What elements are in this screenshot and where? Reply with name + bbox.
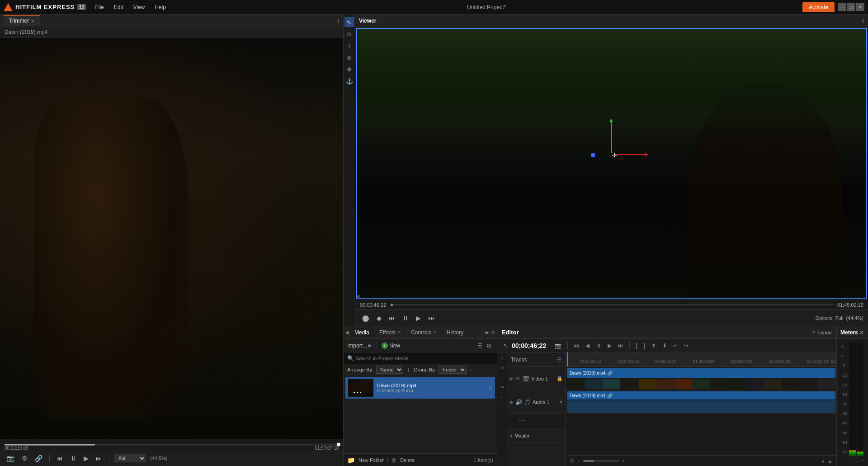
menu-view[interactable]: View: [128, 2, 149, 12]
trimmer-link-btn[interactable]: 🔗: [33, 453, 45, 463]
trimmer-settings-btn[interactable]: ⚙: [19, 453, 30, 463]
tl-tool-zoom[interactable]: ⌕: [498, 392, 506, 400]
track-audio-1-name: Audio 1: [533, 399, 557, 405]
tl-settings-btn[interactable]: ⚙: [570, 458, 575, 464]
track-lock-icon[interactable]: 🔒: [557, 376, 563, 381]
tool-select[interactable]: ↖: [344, 17, 354, 27]
tab-media[interactable]: Media: [350, 328, 374, 338]
maximize-button[interactable]: □: [847, 3, 855, 11]
tab-effects[interactable]: Effects ✕: [375, 328, 406, 338]
timeline-ruler[interactable]: 00;15;00;14 00;30;01;03 00;45;01;17 01;0…: [566, 352, 836, 367]
editor-tool-select[interactable]: ↖: [501, 342, 510, 350]
tool-text[interactable]: T: [344, 41, 354, 51]
tab-history[interactable]: History: [442, 328, 468, 338]
tab-effects-close[interactable]: ✕: [397, 330, 401, 335]
tool-transform[interactable]: ⊕: [344, 52, 354, 62]
tool-anchor[interactable]: ⚓: [344, 76, 354, 86]
editor-extract-btn[interactable]: ⬇: [660, 342, 669, 350]
timeline-zoom-slider[interactable]: [583, 460, 619, 462]
tl-tool-select[interactable]: ↖: [498, 354, 506, 362]
import-button[interactable]: Import... ▶: [347, 342, 372, 349]
tab-controls-close[interactable]: ✕: [433, 330, 437, 335]
editor-next-frame[interactable]: ⏭: [616, 342, 626, 350]
track-audio-vis-icon[interactable]: 🔊: [515, 399, 522, 405]
viewer-marker-btn[interactable]: ◆: [374, 313, 384, 323]
quality-selector[interactable]: Full Half Quarter: [114, 454, 146, 462]
export-button[interactable]: Export: [817, 330, 832, 335]
menu-file[interactable]: File: [90, 2, 108, 12]
gizmo-blue-square[interactable]: [591, 153, 595, 157]
tab-trimmer[interactable]: Trimmer ✕: [4, 15, 40, 26]
viewer-playhead-dot: [391, 304, 393, 306]
viewer-quality-label[interactable]: Full: [835, 315, 844, 321]
new-folder-button[interactable]: New Folder: [359, 457, 384, 463]
track-expand-icon[interactable]: ▶: [510, 376, 514, 381]
video-clip-header[interactable]: Dawn (2019).mp4 🔗: [567, 368, 835, 378]
trimmer-pause-btn[interactable]: ⏸: [68, 453, 79, 463]
tl-tool-ripple[interactable]: ≡: [498, 402, 506, 410]
tool-move[interactable]: ✥: [344, 64, 354, 74]
tl-zoom-out-btn[interactable]: −: [577, 458, 580, 464]
track-vis-icon[interactable]: 👁: [515, 376, 521, 382]
editor-prev-frame[interactable]: ⏮: [571, 342, 581, 350]
trimmer-skip-back-btn[interactable]: ⏮: [54, 453, 65, 463]
audio-clip-header[interactable]: Dawn (2019).mp4 🔗: [567, 391, 835, 399]
editor-pause-btn[interactable]: ⏸: [594, 342, 604, 350]
delete-button[interactable]: Delete: [400, 457, 415, 463]
panel-settings-icon[interactable]: ⚙: [491, 330, 495, 335]
media-item[interactable]: Dawn (2019).mp4 Conforming Audio... ↻: [345, 377, 495, 399]
menu-help[interactable]: Help: [150, 2, 170, 12]
group-select[interactable]: Folder Type: [439, 366, 467, 374]
viewer-skip-back-btn[interactable]: ⏮: [387, 313, 397, 323]
list-view-btn[interactable]: ☰: [476, 342, 484, 350]
viewer-progress-bar[interactable]: [390, 304, 834, 305]
tracks-menu-btn[interactable]: ☰: [557, 357, 562, 363]
trimmer-play-btn[interactable]: ▶: [81, 453, 91, 463]
tl-zoom-in-btn[interactable]: +: [622, 458, 625, 464]
editor-overwrite-btn[interactable]: ↪: [682, 342, 691, 350]
view-toggle: ☰ ⊞: [476, 342, 493, 350]
ruler-marks-container: 00;15;00;14 00;30;01;03 00;45;01;17 01;0…: [566, 352, 836, 366]
viewer-options-label[interactable]: Options: [816, 315, 833, 321]
editor-play-btn[interactable]: ▶: [605, 342, 614, 350]
editor-out-point[interactable]: ]: [642, 342, 647, 350]
editor-insert-btn[interactable]: ↩: [671, 342, 680, 350]
close-button[interactable]: ✕: [856, 3, 864, 11]
track-audio-expand-icon[interactable]: ▶: [510, 399, 514, 404]
arrange-select[interactable]: Name Date: [376, 366, 403, 374]
viewer-pause-btn[interactable]: ⏸: [400, 313, 411, 323]
activate-button[interactable]: Activate: [802, 2, 835, 12]
media-refresh-icon[interactable]: ↻: [489, 385, 492, 390]
tab-trimmer-close[interactable]: ✕: [31, 19, 34, 24]
grid-view-btn[interactable]: ⊞: [485, 342, 493, 350]
trimmer-skip-fwd-btn[interactable]: ⏭: [94, 453, 104, 463]
tl-tool-razor[interactable]: ✂: [498, 364, 506, 372]
track-audio-mute[interactable]: ✕: [559, 399, 563, 404]
sort-button[interactable]: ↕: [469, 366, 472, 373]
editor-rev-play[interactable]: ◀: [583, 342, 592, 350]
panel-prev-icon[interactable]: ◀: [345, 330, 349, 335]
trimmer-info-icon[interactable]: ℹ: [337, 18, 340, 24]
viewer-record-btn[interactable]: ⬤: [360, 313, 372, 323]
editor-lift-btn[interactable]: ⬆: [649, 342, 658, 350]
panel-next-icon[interactable]: ▶: [486, 330, 489, 335]
minimize-button[interactable]: ─: [838, 3, 846, 11]
meters-close-icon[interactable]: ✕: [859, 329, 864, 336]
editor-in-point[interactable]: [: [633, 342, 639, 350]
viewer-skip-fwd-btn[interactable]: ⏭: [426, 313, 437, 323]
tl-tool-slip[interactable]: ↔: [498, 373, 506, 381]
tool-mask[interactable]: ⊙: [344, 29, 354, 39]
tl-tool-slide[interactable]: ⇔: [498, 383, 506, 391]
editor-cam-btn[interactable]: 📷: [552, 342, 564, 350]
trimmer-progress-bar[interactable]: [5, 444, 339, 445]
viewer-play-btn[interactable]: ▶: [414, 313, 423, 323]
tl-up-btn[interactable]: ▲: [827, 458, 833, 464]
tab-controls[interactable]: Controls ✕: [406, 328, 441, 338]
new-button[interactable]: + New: [382, 342, 400, 349]
meter-r-channel: [857, 342, 863, 456]
menu-edit[interactable]: Edit: [109, 2, 128, 12]
trimmer-camera-btn[interactable]: 📷: [5, 453, 17, 463]
viewer-info-icon[interactable]: ℹ: [862, 18, 864, 24]
search-input[interactable]: [356, 356, 493, 361]
gizmo-cross-icon[interactable]: ✛: [612, 152, 617, 159]
